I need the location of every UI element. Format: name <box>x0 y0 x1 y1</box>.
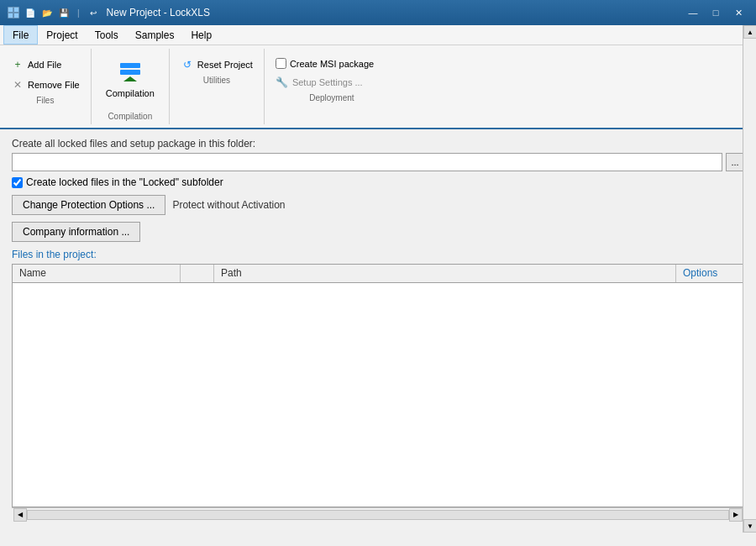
folder-input-row: ... <box>12 153 744 171</box>
build-label: Compilation <box>106 88 155 98</box>
col-name-header: Name <box>13 265 181 282</box>
svg-rect-3 <box>8 13 13 18</box>
file-table-body <box>13 283 743 507</box>
menu-project[interactable]: Project <box>38 25 86 45</box>
files-section-label: Files in the project: <box>12 249 744 260</box>
deployment-buttons: Create MSI package 🔧 Setup Settings ... <box>271 52 392 92</box>
close-button[interactable]: ✕ <box>727 4 749 21</box>
col-options-header: Options <box>676 265 743 282</box>
remove-file-button[interactable]: ✕ Remove File <box>7 76 84 94</box>
subfolder-checkbox-row: Create locked files in the "Locked" subf… <box>12 176 744 188</box>
vertical-scrollbar[interactable]: ▲ ▼ <box>743 25 756 533</box>
folder-input[interactable] <box>12 153 722 171</box>
files-group-label: Files <box>7 96 84 105</box>
svg-rect-6 <box>120 70 140 75</box>
reset-icon: ↺ <box>181 58 194 71</box>
svg-marker-7 <box>123 76 137 81</box>
scroll-up-arrow[interactable]: ▲ <box>743 25 756 39</box>
remove-file-icon: ✕ <box>11 78 24 92</box>
v-scroll-track[interactable] <box>743 39 756 519</box>
add-file-button[interactable]: + Add File <box>7 55 84 74</box>
browse-button[interactable]: ... <box>726 153 744 171</box>
build-button[interactable]: Compilation <box>98 55 162 102</box>
maximize-button[interactable]: □ <box>705 4 727 21</box>
reset-project-button[interactable]: ↺ Reset Project <box>176 55 257 74</box>
title-bar-icons: 📄 📂 💾 | ↩ <box>7 6 100 19</box>
ribbon-group-files: + Add File ✕ Remove File Files <box>0 49 92 124</box>
window-title: New Project - LockXLS <box>107 7 682 18</box>
setup-settings-label: Setup Settings ... <box>292 77 363 87</box>
setup-settings-icon: 🔧 <box>276 76 289 89</box>
change-protection-button[interactable]: Change Protection Options ... <box>12 195 165 215</box>
file-table-header: Name Path Options <box>13 265 743 283</box>
svg-rect-4 <box>14 13 18 18</box>
menu-file[interactable]: File <box>3 25 38 45</box>
title-bar: 📄 📂 💾 | ↩ New Project - LockXLS — □ ✕ <box>0 0 756 25</box>
reset-label: Reset Project <box>197 60 253 70</box>
horizontal-scrollbar[interactable]: ◀ ▶ <box>12 507 744 521</box>
main-content: Create all locked files and setup packag… <box>0 129 756 529</box>
col-path-header: Path <box>214 265 676 282</box>
add-file-label: Add File <box>28 60 61 70</box>
setup-settings-button[interactable]: 🔧 Setup Settings ... <box>271 73 392 92</box>
utilities-buttons: ↺ Reset Project <box>176 52 257 74</box>
subfolder-checkbox-label: Create locked files in the "Locked" subf… <box>26 176 223 188</box>
compilation-group-label: Compilation <box>98 112 162 121</box>
create-msi-checkbox[interactable] <box>276 58 286 69</box>
file-table: Name Path Options <box>12 264 744 507</box>
svg-rect-2 <box>14 8 18 12</box>
files-buttons: + Add File ✕ Remove File <box>7 52 84 94</box>
menu-bar: File Project Tools Samples Help <box>0 25 756 45</box>
ribbon-group-utilities: ↺ Reset Project Utilities <box>170 49 265 124</box>
undo-icon: ↩ <box>87 6 100 19</box>
ribbon-group-deployment: Create MSI package 🔧 Setup Settings ... … <box>265 49 399 124</box>
save-icon: 💾 <box>57 6 71 19</box>
window-controls: — □ ✕ <box>682 4 749 21</box>
svg-rect-5 <box>120 63 140 68</box>
deployment-group-label: Deployment <box>271 93 392 102</box>
app-icon <box>7 6 20 19</box>
subfolder-checkbox[interactable] <box>12 177 23 188</box>
build-icon <box>117 60 144 87</box>
col-mid-header <box>181 265 214 282</box>
utilities-group-label: Utilities <box>176 76 257 85</box>
company-info-row: Company information ... <box>12 222 744 242</box>
compilation-items: Compilation <box>98 52 162 110</box>
open-icon: 📂 <box>40 6 54 19</box>
scroll-down-arrow[interactable]: ▼ <box>743 519 756 533</box>
scroll-right-arrow[interactable]: ▶ <box>729 508 743 522</box>
create-msi-row: Create MSI package <box>271 55 392 71</box>
scroll-left-arrow[interactable]: ◀ <box>13 508 27 522</box>
add-file-icon: + <box>11 58 24 71</box>
remove-file-label: Remove File <box>28 80 80 90</box>
new-icon: 📄 <box>24 6 37 19</box>
protect-without-link[interactable]: Protect without Activation <box>172 199 285 211</box>
menu-samples[interactable]: Samples <box>127 25 183 45</box>
scroll-track[interactable] <box>27 510 729 520</box>
svg-rect-1 <box>8 8 13 12</box>
ribbon-group-compilation: Compilation Compilation <box>92 49 170 124</box>
menu-tools[interactable]: Tools <box>87 25 127 45</box>
create-msi-label: Create MSI package <box>290 59 374 69</box>
menu-help[interactable]: Help <box>182 25 220 45</box>
minimize-button[interactable]: — <box>682 4 704 21</box>
action-buttons-row: Change Protection Options ... Protect wi… <box>12 195 744 215</box>
folder-label: Create all locked files and setup packag… <box>12 138 744 150</box>
ribbon: + Add File ✕ Remove File Files Compil <box>0 45 756 129</box>
company-info-button[interactable]: Company information ... <box>12 222 140 242</box>
